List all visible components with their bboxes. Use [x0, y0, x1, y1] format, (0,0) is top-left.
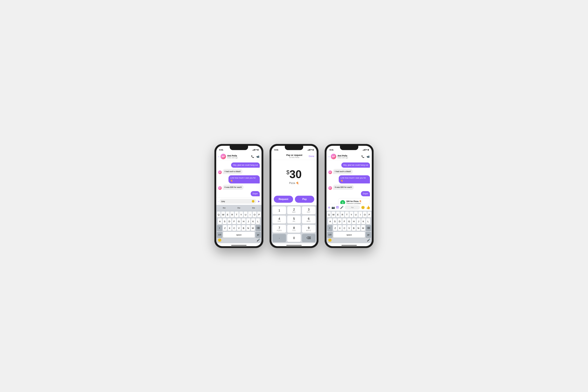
key-3-l[interactable]: L	[366, 218, 370, 224]
numpad-dot[interactable]: ·	[272, 234, 286, 242]
key-j[interactable]: J	[246, 218, 250, 224]
key-3-j[interactable]: J	[357, 218, 360, 224]
emoji-icon-3[interactable]: 🙂	[361, 206, 365, 209]
numpad-backspace[interactable]: ⌫	[302, 234, 316, 242]
key-l[interactable]: L	[256, 218, 260, 224]
key-3-b[interactable]: B	[352, 225, 356, 231]
numpad-1[interactable]: 1	[272, 206, 286, 214]
request-button-2[interactable]: Request	[274, 196, 293, 203]
plus-icon-3[interactable]: ⊕	[328, 206, 330, 209]
back-button-1[interactable]: ‹	[218, 155, 219, 158]
key-d[interactable]: D	[228, 218, 231, 224]
message-input-3[interactable]: Aa	[345, 205, 360, 210]
key-3-e[interactable]: E	[336, 212, 340, 218]
numpad-3[interactable]: 3 DEF	[302, 206, 316, 214]
key-go-1[interactable]: go	[256, 232, 261, 238]
numpad-2-key[interactable]: 2 ABC	[287, 206, 301, 214]
predictive-2[interactable]: the	[236, 206, 242, 209]
call-icon-1[interactable]: 📞	[251, 155, 254, 158]
key-3-a[interactable]: A	[328, 218, 332, 224]
key-v[interactable]: V	[237, 225, 241, 231]
key-3-d[interactable]: D	[338, 218, 342, 224]
key-3-s[interactable]: S	[333, 218, 337, 224]
key-z[interactable]: Z	[223, 225, 227, 231]
emoji-icon-1[interactable]: 🙂	[252, 200, 255, 203]
key-y[interactable]: Y	[239, 212, 243, 218]
back-button-3[interactable]: ‹	[328, 155, 330, 158]
key-3-m[interactable]: M	[361, 225, 365, 231]
key-h[interactable]: H	[242, 218, 246, 224]
key-123-3[interactable]: 123	[327, 232, 332, 238]
thumb-icon-3[interactable]: 👍	[366, 206, 370, 210]
key-3-q[interactable]: Q	[327, 212, 331, 218]
key-c[interactable]: C	[232, 225, 236, 231]
key-q[interactable]: Q	[217, 212, 220, 218]
gallery-icon-3[interactable]: 🖼	[336, 206, 339, 209]
key-3-u[interactable]: U	[354, 212, 358, 218]
kb-emoji-icon-3[interactable]: 🙂	[328, 238, 332, 242]
send-button-1[interactable]: ➤	[258, 200, 260, 203]
numpad-6[interactable]: 6 MNO	[302, 216, 316, 224]
key-3-z[interactable]: Z	[333, 225, 337, 231]
key-3-t[interactable]: T	[345, 212, 349, 218]
chevron-icon-1[interactable]: ›	[218, 200, 218, 202]
numpad-5[interactable]: 5 JKL	[287, 216, 301, 224]
key-k[interactable]: K	[251, 218, 255, 224]
key-3-p[interactable]: P	[368, 212, 371, 218]
key-space-3[interactable]: space	[333, 232, 365, 238]
numpad-9[interactable]: 9 WXYZ	[302, 225, 316, 233]
kb-mic-icon-3[interactable]: 🎤	[367, 238, 370, 242]
predictive-1[interactable]: the	[222, 206, 227, 209]
key-3-o[interactable]: O	[363, 212, 366, 218]
call-icon-3[interactable]: 📞	[362, 155, 364, 158]
numpad-0[interactable]: 0	[287, 234, 301, 242]
numpad-4[interactable]: 4 GHI	[272, 216, 286, 224]
key-3-g[interactable]: G	[347, 218, 351, 224]
key-go-3[interactable]: go	[366, 232, 371, 238]
key-f[interactable]: F	[232, 218, 236, 224]
mic-icon-3[interactable]: 🎤	[340, 206, 344, 209]
key-delete-3[interactable]: ⌫	[366, 225, 371, 231]
key-shift-3[interactable]: ⇧	[327, 225, 332, 231]
kb-emoji-icon-1[interactable]: 🙂	[218, 238, 222, 242]
key-w[interactable]: W	[221, 212, 225, 218]
key-u[interactable]: U	[244, 212, 248, 218]
numpad-7[interactable]: 7 PQRS	[272, 225, 286, 233]
key-a[interactable]: A	[218, 218, 222, 224]
key-b[interactable]: B	[242, 225, 246, 231]
key-delete-1[interactable]: ⌫	[256, 225, 261, 231]
key-g[interactable]: G	[237, 218, 241, 224]
key-3-r[interactable]: R	[340, 212, 344, 218]
numpad-8[interactable]: 8 TUV	[287, 225, 301, 233]
key-i[interactable]: I	[248, 212, 252, 218]
key-r[interactable]: R	[230, 212, 234, 218]
key-3-v[interactable]: V	[347, 225, 351, 231]
key-e[interactable]: E	[226, 212, 230, 218]
predictive-3[interactable]: the	[251, 206, 256, 209]
key-shift-1[interactable]: ⇧	[217, 225, 222, 231]
key-3-y[interactable]: Y	[350, 212, 353, 218]
key-3-k[interactable]: K	[362, 218, 365, 224]
key-3-x[interactable]: X	[338, 225, 342, 231]
camera-icon-3[interactable]: 📷	[332, 206, 335, 209]
key-3-n[interactable]: N	[356, 225, 360, 231]
message-input-1[interactable]: /pay 🙂	[220, 199, 256, 204]
pay-button-2[interactable]: Pay	[295, 196, 314, 203]
key-n[interactable]: N	[246, 225, 250, 231]
key-3-c[interactable]: C	[342, 225, 346, 231]
key-x[interactable]: X	[228, 225, 232, 231]
key-3-f[interactable]: F	[342, 218, 346, 224]
video-icon-1[interactable]: 📹	[256, 155, 260, 158]
key-p[interactable]: P	[257, 212, 261, 218]
key-m[interactable]: M	[251, 225, 255, 231]
key-123-1[interactable]: 123	[217, 232, 222, 238]
key-s[interactable]: S	[223, 218, 227, 224]
video-icon-3[interactable]: 📹	[366, 155, 370, 158]
key-t[interactable]: T	[235, 212, 238, 218]
kb-mic-icon-1[interactable]: 🎤	[257, 238, 260, 242]
key-3-h[interactable]: H	[352, 218, 356, 224]
key-space-1[interactable]: space	[223, 232, 255, 238]
key-3-w[interactable]: W	[332, 212, 335, 218]
done-button-2[interactable]: Done	[309, 155, 314, 158]
key-3-i[interactable]: I	[358, 212, 362, 218]
